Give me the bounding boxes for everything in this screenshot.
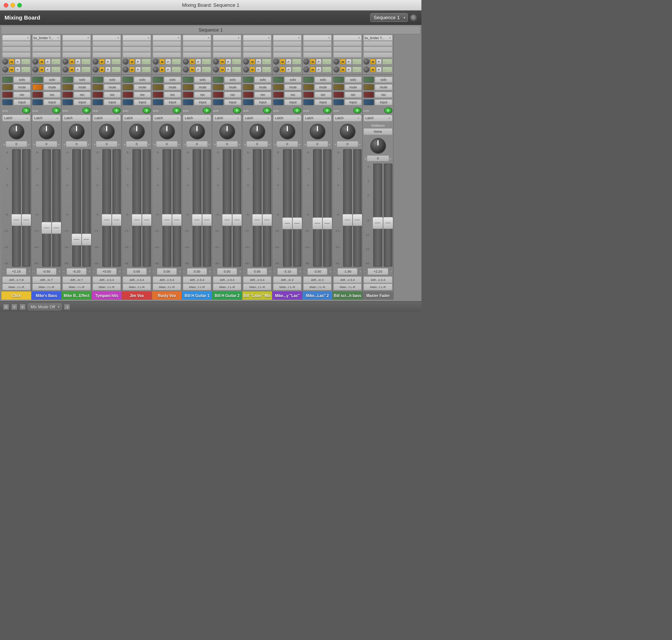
pan-value-7[interactable]: 0 — [186, 141, 208, 147]
smri-btn-10-2[interactable]: rec — [284, 92, 301, 98]
p-button-6-1[interactable]: P — [166, 67, 171, 72]
db-value-5[interactable]: 0.00 — [127, 268, 147, 275]
power-button[interactable]: ⏻ — [410, 14, 417, 21]
insert-slot-3-2[interactable] — [62, 52, 91, 58]
auto-dropdown-10[interactable]: Latch — [273, 115, 301, 121]
insert-dropdown-1[interactable] — [2, 35, 30, 41]
pan-right-arrow-2[interactable]: ▸ — [57, 142, 61, 146]
smri-btn-5-0[interactable]: solo — [134, 77, 151, 83]
auto-dropdown-5[interactable]: Latch — [123, 115, 151, 121]
p-button-5-1[interactable]: P — [135, 67, 141, 72]
p-button-6-0[interactable]: P — [166, 59, 171, 64]
fader-handle-r-5[interactable] — [142, 214, 152, 226]
auto-dropdown-9[interactable]: Latch — [243, 115, 271, 121]
db-plus-10[interactable]: + — [298, 270, 301, 274]
db-value-4[interactable]: +0.50 — [97, 268, 117, 275]
insert-slot-7-2[interactable] — [183, 52, 211, 58]
db-minus-11[interactable]: − — [303, 270, 307, 274]
insert-slot-4-1[interactable] — [93, 47, 121, 52]
fader-track-l-13[interactable] — [373, 164, 382, 267]
pan-knob-6[interactable] — [159, 124, 175, 140]
m-button-9-1[interactable]: M — [250, 67, 255, 72]
bus-knob-12-0[interactable] — [333, 59, 339, 65]
fader-handle-l-11[interactable] — [312, 217, 322, 229]
db-plus-4[interactable]: + — [117, 270, 121, 274]
insert-dropdown-12[interactable] — [333, 35, 362, 41]
fader-handle-l-1[interactable] — [11, 214, 21, 226]
fader-track-r-7[interactable] — [203, 149, 211, 267]
bus-knob-1-1[interactable] — [2, 67, 8, 73]
smri-btn-9-0[interactable]: solo — [254, 77, 271, 83]
p-button-2-0[interactable]: P — [45, 59, 50, 64]
m-button-6-1[interactable]: M — [160, 67, 165, 72]
insert-slot-9-1[interactable] — [243, 47, 271, 52]
smri-btn-10-0[interactable]: solo — [284, 77, 301, 83]
smri-btn-7-1[interactable]: mute — [194, 84, 211, 90]
bus-knob-7-0[interactable] — [183, 59, 189, 65]
pan-value-1[interactable]: 0 — [6, 141, 27, 147]
auto-play-btn-10[interactable] — [293, 108, 301, 114]
db-plus-6[interactable]: + — [177, 270, 181, 274]
smri-btn-8-2[interactable]: rec — [224, 92, 241, 98]
m-button-8-1[interactable]: M — [220, 67, 225, 72]
smri-btn-2-2[interactable]: rec — [44, 92, 61, 98]
m-button-12-1[interactable]: M — [340, 67, 345, 72]
m-button-11-1[interactable]: M — [310, 67, 315, 72]
m-button-1-0[interactable]: M — [9, 59, 14, 64]
smri-btn-9-2[interactable]: rec — [254, 92, 271, 98]
db-plus-11[interactable]: + — [328, 270, 331, 274]
track-color-bar-8[interactable]: Bill H Guitar 2 — [212, 291, 242, 300]
bus-knob-2-0[interactable] — [32, 59, 38, 65]
pan-value-3[interactable]: 0 — [66, 141, 87, 147]
insert-slot-5-2[interactable] — [123, 52, 151, 58]
fader-track-r-8[interactable] — [233, 149, 242, 267]
p-button-10-1[interactable]: P — [286, 67, 291, 72]
insert-slot-13-1[interactable] — [363, 47, 392, 52]
auto-dropdown-6[interactable]: Latch — [153, 115, 181, 121]
smri-btn-4-3[interactable]: input — [104, 99, 121, 105]
smri-btn-1-1[interactable]: mute — [14, 84, 30, 90]
smri-btn-5-1[interactable]: mute — [134, 84, 151, 90]
smri-btn-5-2[interactable]: rec — [134, 92, 151, 98]
fader-track-l-1[interactable] — [12, 149, 21, 267]
track-color-bar-13[interactable]: Master Fader — [363, 291, 393, 300]
p-button-2-1[interactable]: P — [45, 67, 50, 72]
smri-btn-2-1[interactable]: mute — [44, 84, 61, 90]
smri-btn-2-0[interactable]: solo — [44, 77, 61, 83]
pan-right-arrow-4[interactable]: ▸ — [117, 142, 121, 146]
smri-btn-5-3[interactable]: input — [134, 99, 151, 105]
pan-left-arrow-9[interactable]: ◂ — [243, 142, 246, 146]
fader-handle-l-8[interactable] — [222, 214, 232, 226]
fader-handle-r-9[interactable] — [262, 214, 272, 226]
fader-track-l-8[interactable] — [223, 149, 231, 267]
minimize-button[interactable] — [11, 3, 15, 8]
smri-btn-3-0[interactable]: solo — [74, 77, 91, 83]
fader-handle-l-5[interactable] — [132, 214, 142, 226]
bus-knob-11-1[interactable] — [303, 67, 309, 73]
fader-track-r-5[interactable] — [143, 149, 151, 267]
m-button-10-1[interactable]: M — [280, 67, 285, 72]
auto-dropdown-8[interactable]: Latch — [213, 115, 241, 121]
bus-knob-9-0[interactable] — [243, 59, 249, 65]
track-color-bar-3[interactable]: Mike B...Effect — [62, 291, 91, 300]
db-value-12[interactable]: -1.90 — [338, 268, 357, 275]
p-button-1-1[interactable]: P — [15, 67, 20, 72]
bus-knob-4-1[interactable] — [93, 67, 99, 73]
fader-handle-r-11[interactable] — [322, 217, 333, 229]
folddown-value[interactable]: None — [363, 128, 392, 135]
smri-btn-3-2[interactable]: rec — [74, 92, 91, 98]
smri-btn-6-2[interactable]: rec — [164, 92, 181, 98]
auto-play-btn-6[interactable] — [173, 108, 181, 114]
m-button-5-0[interactable]: M — [129, 59, 135, 64]
db-plus-13[interactable]: + — [389, 270, 392, 274]
bus-knob-13-0[interactable] — [363, 59, 369, 65]
pan-right-arrow-5[interactable]: ▸ — [147, 142, 151, 146]
smri-btn-3-1[interactable]: mute — [74, 84, 91, 90]
fader-handle-l-6[interactable] — [162, 214, 172, 226]
fader-track-r-10[interactable] — [293, 149, 302, 267]
track-color-bar-11[interactable]: Mike...Las" 2 — [303, 291, 332, 300]
db-plus-1[interactable]: + — [27, 270, 30, 274]
track-color-bar-5[interactable]: Jim Vox — [122, 291, 152, 300]
pan-value-4[interactable]: 0 — [96, 141, 117, 147]
fader-track-l-5[interactable] — [132, 149, 141, 267]
